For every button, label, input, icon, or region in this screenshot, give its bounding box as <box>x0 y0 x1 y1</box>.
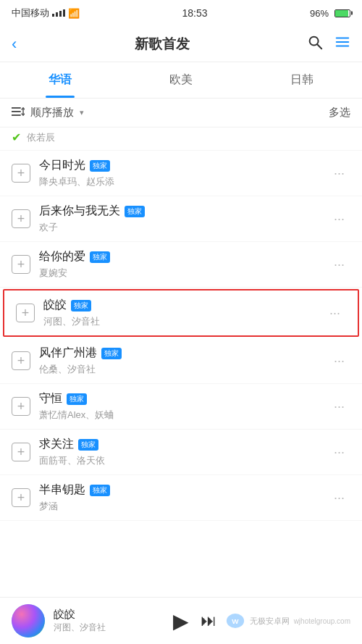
song-info: 后来你与我无关 独家 欢子 <box>39 204 328 234</box>
song-item[interactable]: + 求关注 独家 面筋哥、洛天依 ··· <box>0 430 362 475</box>
song-item[interactable]: + 后来你与我无关 独家 欢子 ··· <box>0 196 362 242</box>
song-info: 给你的爱 独家 夏婉安 <box>39 249 328 280</box>
more-options-button[interactable]: ··· <box>328 209 350 230</box>
song-info: 今日时光 独家 降央卓玛、赵乐添 <box>39 158 328 188</box>
search-icon[interactable] <box>307 34 323 54</box>
song-artist: 萧忆情Alex、妖蛐 <box>39 409 328 422</box>
exclusive-badge: 独家 <box>90 160 110 172</box>
watermark-url: wjhotelgroup.com <box>294 617 350 625</box>
battery-percent: 96% <box>310 8 329 19</box>
more-options-button[interactable]: ··· <box>328 254 350 275</box>
song-title-row: 今日时光 独家 <box>39 158 328 173</box>
add-song-button[interactable]: + <box>12 351 30 370</box>
dropdown-arrow-icon: ▾ <box>80 108 84 117</box>
signal-icon <box>52 9 65 17</box>
song-title-row: 守恒 独家 <box>39 391 328 406</box>
status-carrier: 中国移动 📶 <box>12 7 80 20</box>
tab-chinese[interactable]: 华语 <box>0 62 121 98</box>
more-options-button[interactable]: ··· <box>324 303 346 324</box>
tab-western[interactable]: 欧美 <box>121 62 242 98</box>
song-item[interactable]: + 今日时光 独家 降央卓玛、赵乐添 ··· <box>0 151 362 196</box>
sort-controls[interactable]: 顺序播放 ▾ <box>12 106 84 120</box>
watermark-text: 无极安卓网 <box>250 616 290 627</box>
exclusive-badge: 独家 <box>78 439 98 451</box>
song-artist: 欢子 <box>39 221 328 234</box>
song-artist: 面筋哥、洛天依 <box>39 454 328 467</box>
tab-jpkr[interactable]: 日韩 <box>241 62 362 98</box>
exclusive-badge: 独家 <box>90 251 110 263</box>
song-title: 皎皎 <box>43 298 67 313</box>
song-item[interactable]: + 皎皎 独家 河图、汐音社 ··· <box>3 289 359 337</box>
song-item[interactable]: + 风伴广州港 独家 伦桑、汐音社 ··· <box>0 338 362 384</box>
song-title: 后来你与我无关 <box>39 204 120 219</box>
player-avatar[interactable] <box>12 604 45 637</box>
player-artist: 河图、汐音社 <box>54 622 164 634</box>
song-info: 求关注 独家 面筋哥、洛天依 <box>39 437 328 467</box>
svg-line-1 <box>317 44 321 49</box>
player-title: 皎皎 <box>54 608 164 622</box>
menu-icon[interactable] <box>334 34 350 54</box>
verified-artist-row: ✔ 依若辰 <box>0 127 362 151</box>
sort-label: 顺序播放 <box>30 106 74 120</box>
song-artist: 伦桑、汐音社 <box>39 363 328 376</box>
more-options-button[interactable]: ··· <box>328 163 350 184</box>
header: ‹ 新歌首发 <box>0 26 362 62</box>
song-artist: 降央卓玛、赵乐添 <box>39 175 328 188</box>
song-title: 求关注 <box>39 437 74 452</box>
tab-bar: 华语 欧美 日韩 <box>0 62 362 99</box>
song-list: + 今日时光 独家 降央卓玛、赵乐添 ··· + 后来你与我无关 独家 欢子 ·… <box>0 151 362 521</box>
exclusive-badge: 独家 <box>90 485 110 496</box>
header-right <box>307 34 350 54</box>
status-battery: 96% <box>310 8 350 19</box>
add-song-button[interactable]: + <box>12 397 30 416</box>
song-title: 半串钥匙 <box>39 482 85 498</box>
add-song-button[interactable]: + <box>16 304 35 322</box>
song-title-row: 风伴广州港 独家 <box>39 346 328 361</box>
bottom-player: 皎皎 河图、汐音社 ▶ ⏭ W 无极安卓网 wjhotelgroup.com <box>0 597 362 644</box>
header-left: ‹ <box>12 35 17 54</box>
play-button[interactable]: ▶ <box>173 609 189 633</box>
add-song-button[interactable]: + <box>12 443 30 461</box>
page-title: 新歌首发 <box>17 35 307 54</box>
song-title: 给你的爱 <box>39 249 85 264</box>
song-artist: 河图、汐音社 <box>43 315 324 328</box>
song-title-row: 后来你与我无关 独家 <box>39 204 328 219</box>
player-info: 皎皎 河图、汐音社 <box>54 608 164 634</box>
add-song-button[interactable]: + <box>12 164 30 183</box>
svg-text:W: W <box>232 617 239 625</box>
song-item[interactable]: + 半串钥匙 独家 梦涵 ··· <box>0 475 362 521</box>
song-info: 风伴广州港 独家 伦桑、汐音社 <box>39 346 328 376</box>
exclusive-badge: 独家 <box>101 348 122 359</box>
carrier-text: 中国移动 <box>12 7 49 20</box>
sort-icon <box>12 106 25 120</box>
next-button[interactable]: ⏭ <box>201 611 216 630</box>
more-options-button[interactable]: ··· <box>328 442 350 463</box>
song-title-row: 皎皎 独家 <box>43 298 324 313</box>
add-song-button[interactable]: + <box>12 255 30 274</box>
song-item[interactable]: + 守恒 独家 萧忆情Alex、妖蛐 ··· <box>0 384 362 430</box>
player-controls: ▶ ⏭ <box>173 609 216 633</box>
song-info: 半串钥匙 独家 梦涵 <box>39 482 328 513</box>
song-item[interactable]: + 给你的爱 独家 夏婉安 ··· <box>0 242 362 288</box>
add-song-button[interactable]: + <box>12 209 30 228</box>
add-song-button[interactable]: + <box>12 488 30 507</box>
status-bar: 中国移动 📶 18:53 96% <box>0 0 362 26</box>
song-info: 守恒 独家 萧忆情Alex、妖蛐 <box>39 391 328 422</box>
watermark-logo-icon: W <box>225 613 245 629</box>
battery-icon <box>334 9 350 17</box>
more-options-button[interactable]: ··· <box>328 488 350 509</box>
status-time: 18:53 <box>182 7 207 19</box>
more-options-button[interactable]: ··· <box>328 351 350 372</box>
exclusive-badge: 独家 <box>125 206 145 217</box>
exclusive-badge: 独家 <box>67 393 87 405</box>
verified-icon: ✔ <box>12 130 21 144</box>
song-title: 今日时光 <box>39 158 85 173</box>
toolbar: 顺序播放 ▾ 多选 <box>0 99 362 127</box>
song-artist: 夏婉安 <box>39 267 328 280</box>
wifi-icon: 📶 <box>68 8 80 19</box>
song-title-row: 求关注 独家 <box>39 437 328 452</box>
multiselect-button[interactable]: 多选 <box>329 106 350 120</box>
back-button[interactable]: ‹ <box>12 35 17 54</box>
more-options-button[interactable]: ··· <box>328 396 350 417</box>
song-title: 风伴广州港 <box>39 346 97 361</box>
